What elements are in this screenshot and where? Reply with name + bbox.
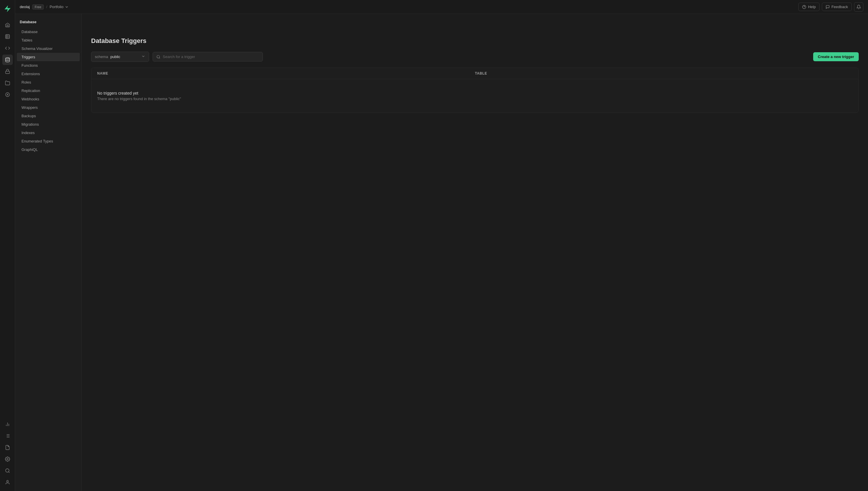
help-button[interactable]: Help — [798, 3, 819, 11]
search-icon — [156, 55, 160, 59]
schema-selector[interactable]: schema public — [91, 52, 149, 62]
portfolio-label: Portfolio — [50, 5, 63, 9]
create-trigger-button[interactable]: Create a new trigger — [813, 52, 859, 61]
nav-item-enumerated-types[interactable]: Enumerated Types — [17, 137, 80, 145]
schema-chevron-icon — [141, 54, 145, 59]
nav-item-backups[interactable]: Backups — [17, 112, 80, 120]
search-input[interactable] — [163, 55, 259, 59]
col-table-header: Table — [475, 71, 852, 76]
sidebar-item-table-editor[interactable] — [2, 31, 13, 42]
svg-rect-0 — [5, 34, 9, 38]
plan-badge: Free — [32, 4, 44, 9]
breadcrumb-separator: / — [46, 5, 47, 9]
help-icon — [802, 5, 806, 9]
triggers-table: Name Table No triggers created yet There… — [91, 68, 859, 113]
project-name: deolaj — [20, 5, 30, 9]
search-box[interactable] — [153, 52, 263, 61]
nav-item-triggers[interactable]: Triggers — [17, 53, 80, 61]
sidebar-item-search[interactable] — [2, 465, 13, 476]
page-title: Database Triggers — [91, 37, 859, 45]
empty-state: No triggers created yet There are no tri… — [91, 79, 859, 113]
svg-point-19 — [7, 480, 8, 482]
nav-item-wrappers[interactable]: Wrappers — [17, 103, 80, 112]
nav-item-graphiql[interactable]: GraphiQL — [17, 145, 80, 154]
svg-line-18 — [8, 471, 9, 472]
left-nav: Database Database Tables Schema Visualiz… — [15, 14, 82, 491]
svg-rect-5 — [5, 71, 9, 74]
sidebar-item-storage[interactable] — [2, 78, 13, 88]
bell-icon — [857, 5, 861, 9]
nav-item-roles[interactable]: Roles — [17, 78, 80, 86]
portfolio-chevron-icon — [65, 5, 69, 9]
svg-point-17 — [5, 469, 9, 472]
feedback-button[interactable]: Feedback — [822, 3, 852, 11]
sidebar-item-functions[interactable] — [2, 89, 13, 100]
nav-item-indexes[interactable]: Indexes — [17, 128, 80, 137]
schema-value: public — [111, 55, 120, 59]
sidebar-item-database[interactable] — [2, 55, 13, 65]
svg-point-4 — [5, 58, 9, 59]
nav-item-tables[interactable]: Tables — [17, 36, 80, 45]
feedback-icon — [826, 5, 830, 9]
sidebar-item-profile[interactable] — [2, 477, 13, 488]
topbar-breadcrumb: deolaj Free / Portfolio — [20, 4, 69, 9]
empty-state-description: There are no triggers found in the schem… — [97, 97, 852, 101]
sidebar-item-logs[interactable] — [2, 431, 13, 441]
toolbar: schema public Create a new trigger — [91, 52, 859, 62]
portfolio-selector[interactable]: Portfolio — [50, 5, 69, 9]
schema-label: schema — [95, 55, 108, 59]
table-header: Name Table — [91, 68, 859, 79]
nav-item-migrations[interactable]: Migrations — [17, 120, 80, 128]
icon-sidebar — [0, 0, 15, 491]
topbar: deolaj Free / Portfolio Help Feedback — [15, 0, 868, 14]
sidebar-item-sql-editor[interactable] — [2, 43, 13, 53]
nav-item-replication[interactable]: Replication — [17, 86, 80, 95]
nav-item-webhooks[interactable]: Webhooks — [17, 95, 80, 103]
left-nav-title: Database — [15, 19, 82, 28]
empty-state-title: No triggers created yet — [97, 91, 852, 95]
notifications-button[interactable] — [854, 2, 863, 11]
help-label: Help — [808, 5, 816, 9]
sidebar-item-advisors[interactable] — [2, 442, 13, 453]
feedback-label: Feedback — [832, 5, 848, 9]
sidebar-item-reports[interactable] — [2, 419, 13, 430]
nav-item-database[interactable]: Database — [17, 28, 80, 36]
nav-item-schema-visualizer[interactable]: Schema Visualizer — [17, 45, 80, 53]
col-name-header: Name — [97, 71, 475, 76]
main-content: Database Triggers schema public — [82, 28, 868, 491]
nav-item-functions[interactable]: Functions — [17, 61, 80, 70]
app-logo[interactable] — [2, 3, 13, 14]
topbar-actions: Help Feedback — [798, 2, 863, 11]
svg-point-16 — [7, 459, 8, 460]
sidebar-item-home[interactable] — [2, 20, 13, 30]
nav-item-extensions[interactable]: Extensions — [17, 70, 80, 78]
sidebar-item-settings[interactable] — [2, 454, 13, 464]
svg-point-22 — [157, 55, 159, 58]
svg-line-23 — [159, 57, 160, 58]
sidebar-item-auth[interactable] — [2, 66, 13, 77]
